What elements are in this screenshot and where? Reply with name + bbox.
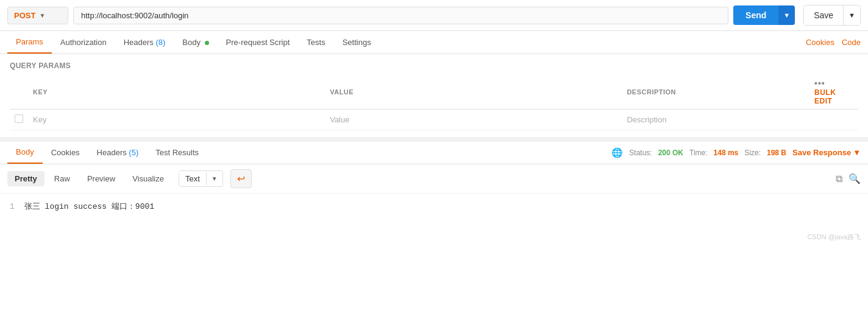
table-row: Key Value Description	[10, 110, 858, 130]
actions-col-header: ••• Bulk Edit	[809, 75, 858, 110]
value-cell[interactable]: Value	[325, 110, 622, 130]
cookies-link[interactable]: Cookies	[806, 32, 834, 53]
status-label: Status:	[629, 149, 652, 157]
globe-icon: 🌐	[611, 147, 623, 158]
text-type-arrow-icon[interactable]: ▼	[206, 172, 222, 185]
query-params-section: Query Params KEY VALUE DESCRIPTION ••• B…	[0, 54, 868, 138]
checkbox-col-header	[10, 75, 28, 110]
time-label: Time:	[689, 149, 708, 157]
resp-tab-body[interactable]: Body	[7, 141, 43, 164]
send-btn-group: Send ▼	[733, 5, 795, 25]
tab-prerequest[interactable]: Pre-request Script	[218, 32, 299, 53]
search-button[interactable]: 🔍	[848, 173, 861, 184]
method-select[interactable]: POST ▼	[7, 7, 68, 24]
key-col-header: KEY	[28, 75, 325, 110]
send-button[interactable]: Send	[733, 5, 778, 25]
code-link[interactable]: Code	[842, 32, 861, 53]
save-response-button[interactable]: Save Response ▼	[792, 148, 861, 157]
top-bar: POST ▼ Send ▼ Save ▼	[0, 0, 868, 31]
save-btn-group: Save ▼	[803, 5, 861, 26]
size-label: Size:	[744, 149, 761, 157]
row-checkbox[interactable]	[15, 114, 23, 123]
row-checkbox-cell	[10, 110, 28, 130]
row-actions-cell	[809, 110, 858, 130]
preview-button[interactable]: Preview	[80, 171, 123, 186]
line-number-1: 1	[10, 202, 15, 211]
value-col-header: VALUE	[325, 75, 622, 110]
tab-params[interactable]: Params	[7, 31, 52, 54]
method-label: POST	[14, 11, 35, 20]
watermark: CSDN @java路飞	[0, 230, 868, 244]
pretty-button[interactable]: Pretty	[7, 171, 44, 186]
response-line-1: 张三 login success 端口：9001	[24, 202, 154, 211]
headers-badge: (8)	[155, 38, 165, 47]
tab-settings[interactable]: Settings	[334, 32, 380, 53]
response-actions: ⧉ 🔍	[836, 173, 861, 184]
status-value: 200 OK	[658, 149, 683, 157]
params-table: KEY VALUE DESCRIPTION ••• Bulk Edit Key …	[10, 75, 858, 130]
more-options-icon[interactable]: •••	[814, 79, 825, 88]
save-arrow-button[interactable]: ▼	[843, 5, 860, 25]
desc-cell[interactable]: Description	[622, 110, 809, 130]
response-meta: 🌐 Status: 200 OK Time: 148 ms Size: 198 …	[611, 147, 861, 158]
watermark-text: CSDN @java路飞	[807, 233, 861, 240]
copy-button[interactable]: ⧉	[836, 174, 842, 184]
save-response-label: Save Response	[792, 148, 851, 157]
wrap-button[interactable]: ↩	[230, 169, 252, 188]
key-cell[interactable]: Key	[28, 110, 325, 130]
right-links: Cookies Code	[806, 32, 861, 53]
resp-tab-test-results[interactable]: Test Results	[147, 142, 207, 163]
desc-col-header: DESCRIPTION	[622, 75, 809, 110]
body-dot-icon	[205, 41, 209, 45]
response-toolbar: Pretty Raw Preview Visualize Text ▼ ↩ ⧉ …	[0, 164, 868, 194]
response-tabs: Body Cookies Headers (5) Test Results 🌐 …	[0, 141, 868, 164]
tab-authorization[interactable]: Authorization	[52, 32, 115, 53]
resp-headers-badge: (5)	[129, 148, 138, 157]
request-tabs: Params Authorization Headers (8) Body Pr…	[0, 31, 868, 54]
send-arrow-button[interactable]: ▼	[778, 5, 795, 25]
query-params-title: Query Params	[10, 61, 858, 70]
time-value: 148 ms	[714, 149, 739, 157]
save-response-arrow-icon: ▼	[853, 148, 861, 157]
save-button[interactable]: Save	[804, 5, 843, 25]
method-chevron-icon: ▼	[39, 12, 45, 19]
url-input[interactable]	[73, 7, 728, 24]
tab-body[interactable]: Body	[174, 32, 217, 53]
raw-button[interactable]: Raw	[47, 171, 77, 186]
size-value: 198 B	[767, 149, 786, 157]
resp-tab-headers[interactable]: Headers (5)	[88, 142, 148, 163]
visualize-button[interactable]: Visualize	[125, 171, 171, 186]
tab-headers[interactable]: Headers (8)	[115, 32, 174, 53]
response-content: 1张三 login success 端口：9001	[0, 194, 868, 230]
bulk-edit-button[interactable]: Bulk Edit	[814, 88, 853, 105]
text-type-label: Text	[179, 171, 206, 186]
resp-tab-cookies[interactable]: Cookies	[43, 142, 88, 163]
tab-tests[interactable]: Tests	[298, 32, 333, 53]
text-type-select[interactable]: Text ▼	[179, 170, 223, 187]
